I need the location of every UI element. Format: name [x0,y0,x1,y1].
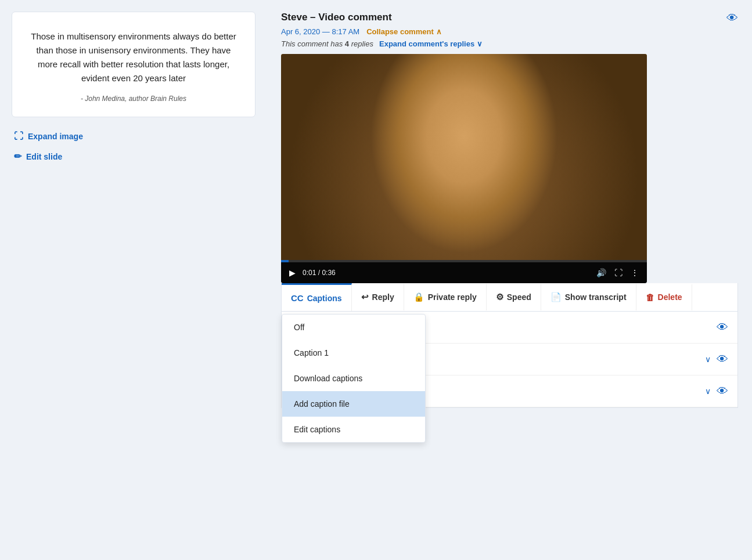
add-caption-file-option[interactable]: Add caption file [282,391,425,417]
mute-button[interactable]: 🔊 [595,267,607,279]
slide-quote: Those in multisensory environments alway… [26,30,241,85]
trash-icon: 🗑 [646,292,654,302]
fullscreen-button[interactable]: ⛶ [613,267,624,279]
caption-1-option[interactable]: Caption 1 [282,340,425,366]
collapse-comment-button[interactable]: Collapse comment ∧ [366,27,442,36]
pencil-icon: ✏ [14,151,21,162]
reply-icon: ↩ [361,292,369,302]
row-visibility-icon[interactable]: 👁 [717,321,728,334]
video-container: ▶ 0:01 / 0:36 🔊 ⛶ ⋮ [281,54,647,283]
comment-header: Steve – Video comment 👁 [281,12,738,25]
slide-card: Those in multisensory environments alway… [12,12,256,117]
replies-row: This comment has 4 replies Expand commen… [281,39,738,48]
video-thumbnail [281,54,647,260]
speed-button[interactable]: ⚙ Speed [487,284,541,310]
slide-attribution: - John Medina, author Brain Rules [26,95,241,103]
more-options-button[interactable]: ⋮ [629,267,640,279]
row-visibility-icon-3[interactable]: 👁 [717,385,728,398]
private-reply-button[interactable]: 🔒 Private reply [404,284,487,310]
caption-off-option[interactable]: Off [282,315,425,340]
right-panel: Steve – Video comment 👁 Apr 6, 2020 — 8:… [267,0,752,560]
caption-dropdown: Off Caption 1 Download captions Add capt… [282,314,426,443]
row-expand-button[interactable]: ∨ [705,355,711,364]
expand-replies-button[interactable]: Expand comment's replies ∨ [379,39,483,48]
captions-button[interactable]: CC Captions [282,283,352,311]
video-progress-bar[interactable] [281,260,647,262]
left-actions: ⛶ Expand image ✏ Edit slide [12,131,256,162]
download-captions-option[interactable]: Download captions [282,366,425,391]
play-button[interactable]: ▶ [288,267,297,279]
show-transcript-button[interactable]: 📄 Show transcript [541,284,636,310]
expand-image-button[interactable]: ⛶ Expand image [14,131,256,142]
transcript-icon: 📄 [550,292,562,302]
edit-slide-button[interactable]: ✏ Edit slide [14,151,256,162]
row-visibility-icon-2[interactable]: 👁 [717,353,728,366]
chevron-down-icon: ∨ [477,39,483,48]
comment-title: Steve – Video comment [281,12,392,23]
video-toolbar: CC Captions ↩ Reply 🔒 Private reply ⚙ Sp… [281,283,738,312]
video-progress-fill [281,260,289,262]
comment-meta: Apr 6, 2020 — 8:17 AM Collapse comment ∧ [281,27,738,36]
captions-icon: CC [291,293,304,303]
reply-button[interactable]: ↩ Reply [352,284,404,310]
time-display: 0:01 / 0:36 [303,269,589,277]
delete-button[interactable]: 🗑 Delete [636,284,692,310]
expand-icon: ⛶ [14,131,23,142]
lock-icon: 🔒 [413,292,424,302]
visibility-icon[interactable]: 👁 [726,12,738,25]
speed-icon: ⚙ [496,292,503,302]
video-controls: ▶ 0:01 / 0:36 🔊 ⛶ ⋮ [281,262,647,283]
comment-date: Apr 6, 2020 — 8:17 AM [281,27,359,36]
video-person [281,54,647,260]
edit-captions-option[interactable]: Edit captions [282,417,425,442]
chevron-up-icon: ∧ [436,27,442,36]
row-expand-button-2[interactable]: ∨ [705,386,711,396]
